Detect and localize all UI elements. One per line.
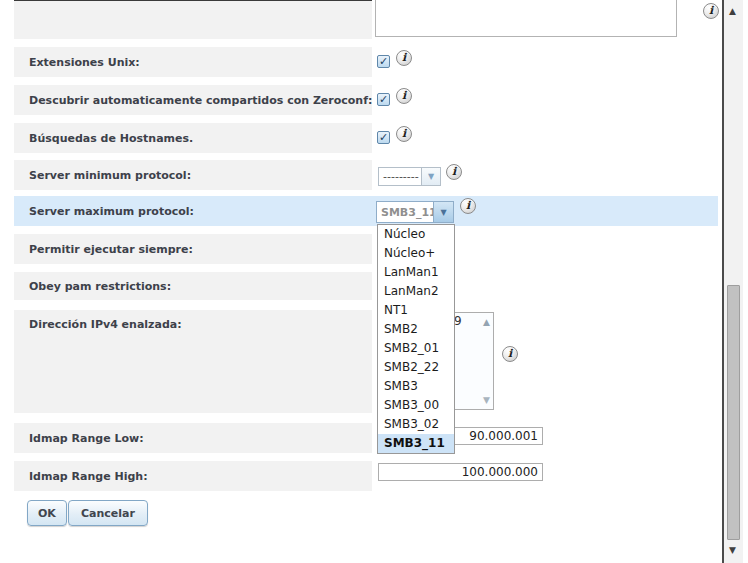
dropdown-option[interactable]: SMB3_02 [378,415,454,434]
aux-parameters-textarea[interactable] [375,0,677,37]
row-label-aux-parameters [14,0,372,39]
label-bind-ip: Dirección IPv4 enalzada: [29,318,182,331]
dropdown-option[interactable]: LanMan1 [378,263,454,282]
row-label-zeroconf: Descubrir automaticamente compartidos co… [14,85,372,115]
row-label-allow-execute-always: Permitir ejecutar siempre: [14,234,372,264]
dropdown-option[interactable]: Núcleo+ [378,244,454,263]
scrollbar-up-icon[interactable]: ▲ [729,6,736,16]
row-label-unix-extensions: Extensiones Unix: [14,47,372,77]
dropdown-option[interactable]: SMB2_22 [378,358,454,377]
dropdown-option[interactable]: SMB2 [378,320,454,339]
bind-ip-visible-text: 9 [454,314,462,328]
dropdown-option[interactable]: SMB3 [378,377,454,396]
row-label-idmap-high: Idmap Range High: [14,461,372,491]
dropdown-option[interactable]: LanMan2 [378,282,454,301]
label-idmap-high: Idmap Range High: [29,470,148,483]
chevron-down-icon[interactable]: ▼ [421,168,440,185]
server-max-protocol-value: SMB3_11 [377,202,433,222]
label-hostname-lookups: Búsquedas de Hostnames. [29,132,193,145]
label-obey-pam: Obey pam restrictions: [29,280,171,293]
dropdown-option[interactable]: Núcleo [378,225,454,244]
scroll-down-icon[interactable]: ▼ [483,395,490,405]
smb-settings-form: i Extensiones Unix: ✓ i Descubrir automa… [0,0,748,563]
label-idmap-low: Idmap Range Low: [29,432,144,445]
row-label-obey-pam: Obey pam restrictions: [14,272,372,300]
server-min-protocol-value: --------- [379,168,421,185]
server-max-protocol-select[interactable]: SMB3_11 ▼ [376,201,454,223]
info-icon[interactable]: i [396,88,412,104]
dropdown-option[interactable]: SMB3_11 [378,434,454,453]
label-server-min-protocol: Server minimum protocol: [29,169,191,182]
info-icon[interactable]: i [396,126,412,142]
row-label-idmap-low: Idmap Range Low: [14,423,372,453]
ok-button[interactable]: OK [27,500,67,526]
protocol-dropdown-list: NúcleoNúcleo+LanMan1LanMan2NT1SMB2SMB2_0… [377,224,455,454]
label-allow-execute-always: Permitir ejecutar siempre: [29,243,193,256]
dropdown-option[interactable]: SMB3_00 [378,396,454,415]
info-icon[interactable]: i [460,198,476,214]
row-label-server-min-protocol: Server minimum protocol: [14,160,372,190]
row-label-bind-ip: Dirección IPv4 enalzada: [14,310,372,413]
server-min-protocol-select[interactable]: --------- ▼ [378,167,441,186]
label-server-max-protocol: Server maximum protocol: [29,205,194,218]
hostname-lookups-checkbox[interactable]: ✓ [377,131,390,144]
chevron-down-icon[interactable]: ▼ [433,202,453,222]
dropdown-option[interactable]: NT1 [378,301,454,320]
scrollbar-down-icon[interactable]: ▼ [729,545,736,555]
dropdown-option[interactable]: SMB2_01 [378,339,454,358]
row-label-hostname-lookups: Búsquedas de Hostnames. [14,123,372,153]
unix-extensions-checkbox[interactable]: ✓ [377,55,390,68]
info-icon[interactable]: i [502,346,518,362]
info-icon[interactable]: i [446,164,462,180]
info-icon[interactable]: i [703,3,719,19]
scroll-up-icon[interactable]: ▲ [483,317,490,327]
idmap-range-high-input[interactable] [378,463,543,481]
label-zeroconf: Descubrir automaticamente compartidos co… [29,94,372,107]
scrollbar-thumb[interactable] [727,285,740,540]
zeroconf-checkbox[interactable]: ✓ [377,93,390,106]
info-icon[interactable]: i [396,50,412,66]
cancel-button[interactable]: Cancelar [68,500,148,526]
row-label-server-max-protocol: Server maximum protocol: [14,196,718,226]
label-unix-extensions: Extensiones Unix: [29,56,140,69]
